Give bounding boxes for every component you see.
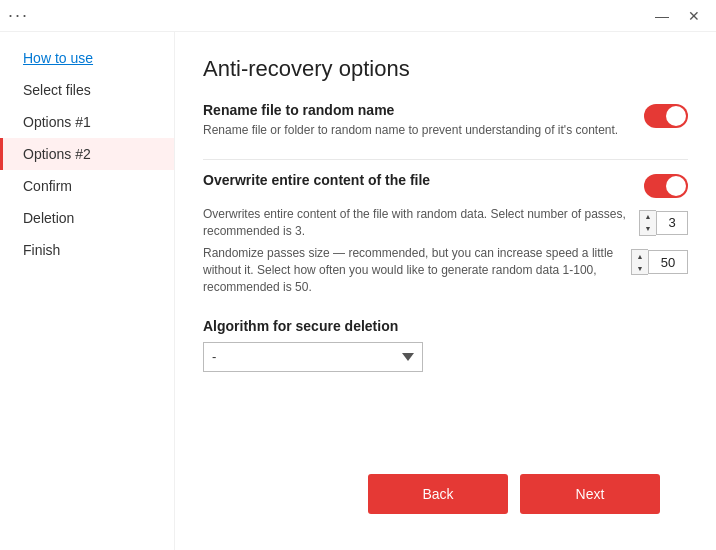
option-rename-row: Rename file to random name Rename file o… bbox=[203, 102, 688, 139]
passes-value-input[interactable] bbox=[656, 211, 688, 235]
next-button[interactable]: Next bbox=[520, 474, 660, 514]
random-increment-button[interactable]: ▲ bbox=[632, 250, 648, 262]
passes-row: Overwrites entire content of the file wi… bbox=[203, 206, 688, 240]
title-bar: ··· — ✕ bbox=[0, 0, 716, 32]
main-content: Anti-recovery options Rename file to ran… bbox=[175, 32, 716, 550]
sidebar-item-options-1[interactable]: Options #1 bbox=[0, 106, 174, 138]
passes-description: Overwrites entire content of the file wi… bbox=[203, 206, 627, 240]
close-button[interactable]: ✕ bbox=[680, 4, 708, 28]
algorithm-section: Algorithm for secure deletion - DoD 5220… bbox=[203, 318, 688, 372]
option-rename-desc: Rename file or folder to random name to … bbox=[203, 122, 632, 139]
passes-increment-button[interactable]: ▲ bbox=[640, 211, 656, 223]
option-overwrite-text: Overwrite entire content of the file bbox=[203, 172, 632, 192]
random-value-input[interactable] bbox=[648, 250, 688, 274]
option-rename-text: Rename file to random name Rename file o… bbox=[203, 102, 632, 139]
sidebar-item-finish[interactable]: Finish bbox=[0, 234, 174, 266]
algorithm-select[interactable]: - DoD 5220.22-M Gutmann Random Data bbox=[203, 342, 423, 372]
option-overwrite-row: Overwrite entire content of the file bbox=[203, 172, 688, 198]
sidebar-item-how-to-use[interactable]: How to use bbox=[0, 42, 174, 74]
random-description: Randomize passes size — recommended, but… bbox=[203, 245, 619, 295]
passes-spinner-arrows: ▲ ▼ bbox=[639, 210, 656, 236]
sidebar-item-confirm[interactable]: Confirm bbox=[0, 170, 174, 202]
minimize-button[interactable]: — bbox=[648, 4, 676, 28]
menu-dots-button[interactable]: ··· bbox=[8, 5, 29, 26]
back-button[interactable]: Back bbox=[368, 474, 508, 514]
title-bar-controls: — ✕ bbox=[648, 4, 708, 28]
sidebar-item-options-2[interactable]: Options #2 bbox=[0, 138, 174, 170]
overwrite-toggle-slider bbox=[644, 174, 688, 198]
passes-spinner-wrap: ▲ ▼ bbox=[639, 210, 688, 236]
random-decrement-button[interactable]: ▼ bbox=[632, 262, 648, 274]
rename-toggle[interactable] bbox=[644, 104, 688, 128]
passes-decrement-button[interactable]: ▼ bbox=[640, 223, 656, 235]
option-overwrite-label: Overwrite entire content of the file bbox=[203, 172, 632, 188]
random-row: Randomize passes size — recommended, but… bbox=[203, 245, 688, 295]
random-spinner-wrap: ▲ ▼ bbox=[631, 249, 688, 275]
option-rename-label: Rename file to random name bbox=[203, 102, 632, 118]
rename-toggle-slider bbox=[644, 104, 688, 128]
algorithm-label: Algorithm for secure deletion bbox=[203, 318, 688, 334]
random-spinner-arrows: ▲ ▼ bbox=[631, 249, 648, 275]
divider-1 bbox=[203, 159, 688, 160]
page-title: Anti-recovery options bbox=[203, 56, 688, 82]
sidebar-item-select-files[interactable]: Select files bbox=[0, 74, 174, 106]
overwrite-toggle[interactable] bbox=[644, 174, 688, 198]
app-container: How to use Select files Options #1 Optio… bbox=[0, 32, 716, 550]
sidebar-item-deletion[interactable]: Deletion bbox=[0, 202, 174, 234]
footer-buttons: Back Next bbox=[203, 458, 688, 530]
sidebar: How to use Select files Options #1 Optio… bbox=[0, 32, 175, 550]
